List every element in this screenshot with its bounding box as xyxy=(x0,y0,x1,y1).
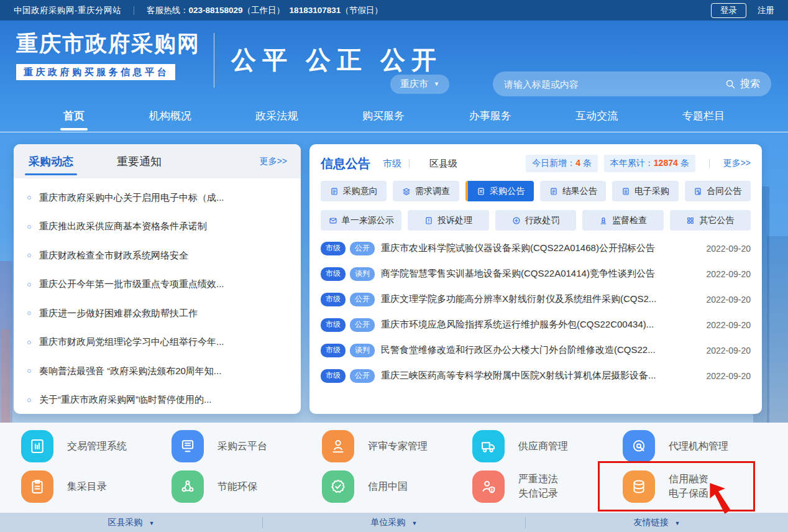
footer-friendly-links-dropdown[interactable]: 友情链接▼ xyxy=(525,517,788,528)
scope-tab-district[interactable]: 区县级 xyxy=(429,158,457,170)
category-label: 合同公告 xyxy=(707,186,741,197)
nav-item-regulations[interactable]: 政采法规 xyxy=(253,100,300,132)
bullet-icon xyxy=(27,311,31,315)
hotline-workday-number: 023-88158029 xyxy=(189,6,243,15)
nav-item-purchase-services[interactable]: 购买服务 xyxy=(360,100,407,132)
nav-item-special-topics[interactable]: 专题栏目 xyxy=(680,100,727,132)
hotline-holiday-note: （节假日） xyxy=(341,6,383,15)
category-label: 投诉处理 xyxy=(438,215,472,226)
edit-doc-icon xyxy=(477,187,485,196)
announcement-row[interactable]: 市级 谈判 民警食堂维修改造和行政区办公大楼大门外台阶维修改造(CQS22...… xyxy=(321,337,751,363)
procurement-news-panel: 采购动态 重要通知 更多>> 重庆市政府采购中心关于启用电子中标（成... 重庆… xyxy=(14,144,301,414)
type-badge: 公开 xyxy=(350,293,375,306)
category-label: 需求调查 xyxy=(415,186,450,197)
news-list-item[interactable]: 奏响普法最强音 “政府采购法颁布20周年知... xyxy=(27,357,287,386)
bullet-icon xyxy=(27,283,31,287)
announcements-more-link[interactable]: 更多>> xyxy=(723,158,751,169)
type-badge: 公开 xyxy=(350,242,375,255)
category-procurement-announcement[interactable]: 采购公告 xyxy=(465,181,534,201)
category-demand-survey[interactable]: 需求调查 xyxy=(393,181,459,201)
site-logo-title: 重庆市政府采购网 xyxy=(16,29,200,58)
today-count-badge: 今日新增：4 条 xyxy=(526,155,598,172)
footer-district-procurement-dropdown[interactable]: 区县采购▼ xyxy=(0,517,262,528)
announcement-date: 2022-09-20 xyxy=(706,371,751,381)
stamp-icon xyxy=(599,216,608,225)
service-label: 供应商管理 xyxy=(518,439,568,453)
service-supplier-management[interactable]: 供应商管理 xyxy=(472,426,623,467)
category-other-announcements[interactable]: 其它公告 xyxy=(670,210,751,231)
announcement-row[interactable]: 市级 公开 重庆市环境应急风险指挥系统运行维护服务外包(CQS22C00434)… xyxy=(321,312,751,337)
announcement-title: 重庆文理学院多功能高分辨率X射线衍射仪及系统组件采购(CQS2... xyxy=(381,293,699,305)
news-more-link[interactable]: 更多>> xyxy=(260,156,287,167)
service-procurement-cloud[interactable]: 采购云平台 xyxy=(172,426,322,467)
centralized-catalog-icon xyxy=(21,470,53,503)
category-complaint-handling[interactable]: 投诉处理 xyxy=(408,210,488,231)
nav-item-interaction[interactable]: 互动交流 xyxy=(573,100,620,132)
region-selector-value: 重庆市 xyxy=(400,78,428,90)
category-single-source[interactable]: 单一来源公示 xyxy=(321,210,401,231)
service-label: 评审专家管理 xyxy=(368,439,428,453)
category-purchase-intent[interactable]: 采购意向 xyxy=(321,181,387,201)
announcement-row[interactable]: 市级 公开 重庆市农业科学院试验仪器设备采购(CQS22A01468)公开招标公… xyxy=(321,236,751,261)
today-count-value: 4 xyxy=(575,158,580,168)
tab-procurement-news[interactable]: 采购动态 xyxy=(27,144,75,179)
service-transaction-system[interactable]: 交易管理系统 xyxy=(21,426,172,467)
service-credit-financing[interactable]: 信用融资 电子保函 xyxy=(623,467,773,507)
year-count-unit: 条 xyxy=(678,158,689,168)
category-contract-announcement[interactable]: 合同公告 xyxy=(685,181,751,201)
announcement-date: 2022-09-20 xyxy=(706,295,751,305)
main-nav: 首页 机构概况 政采法规 购买服务 办事服务 互动交流 专题栏目 xyxy=(0,99,788,132)
news-list-item[interactable]: 关于“重庆市政府采购网”临时暂停使用的... xyxy=(27,386,287,415)
level-badge: 市级 xyxy=(321,242,346,255)
news-list-item[interactable]: 重庆公开今年第一批市级重点专项重点绩效... xyxy=(27,270,287,300)
service-dishonesty-records[interactable]: 严重违法 失信记录 xyxy=(472,467,623,507)
search-icon xyxy=(725,79,736,89)
announcement-row[interactable]: 市级 公开 重庆文理学院多功能高分辨率X射线衍射仪及系统组件采购(CQS2...… xyxy=(321,287,751,312)
dishonesty-records-icon xyxy=(472,470,505,503)
year-count-value: 12874 xyxy=(654,158,678,168)
news-list-item[interactable]: 重庆市政府采购中心关于启用电子中标（成... xyxy=(27,183,287,213)
news-item-title: 重庆推出政采供应商基本资格条件承诺制 xyxy=(39,221,207,232)
category-label: 采购公告 xyxy=(490,186,525,197)
nav-item-home[interactable]: 首页 xyxy=(61,100,87,132)
service-agency-management[interactable]: 代理机构管理 xyxy=(623,426,773,467)
category-electronic-procurement[interactable]: 电子采购 xyxy=(612,181,678,201)
nav-item-org-overview[interactable]: 机构概况 xyxy=(147,100,194,132)
region-selector[interactable]: 重庆市 ▼ xyxy=(390,75,449,94)
footer-dropdown-label: 友情链接 xyxy=(634,517,669,527)
footer-unit-procurement-dropdown[interactable]: 单位采购▼ xyxy=(262,517,525,528)
expert-management-icon xyxy=(322,430,354,462)
scope-tab-city[interactable]: 市级 xyxy=(383,158,401,170)
news-list-item[interactable]: 重庆推出政采供应商基本资格条件承诺制 xyxy=(27,213,287,242)
announcement-row[interactable]: 市级 公开 重庆三峡医药高等专科学校附属中医院X射线计算机体层摄影设备... 2… xyxy=(321,363,751,388)
divider xyxy=(709,159,710,168)
search-button[interactable]: 搜索 xyxy=(725,78,760,91)
service-credit-china[interactable]: 信用中国 xyxy=(322,467,472,507)
announcement-title: 重庆市农业科学院试验仪器设备采购(CQS22A01468)公开招标公告 xyxy=(381,242,699,254)
service-energy-saving[interactable]: 节能环保 xyxy=(172,467,322,507)
nav-item-admin-services[interactable]: 办事服务 xyxy=(467,100,514,132)
announcement-row[interactable]: 市级 谈判 商学院智慧零售实训基地设备采购(CQS22A01414)竞争性谈判公… xyxy=(321,261,751,287)
search-input[interactable] xyxy=(504,79,725,89)
login-button[interactable]: 登录 xyxy=(711,3,746,18)
category-supervision-inspection[interactable]: 监督检查 xyxy=(582,210,663,231)
transaction-system-icon xyxy=(21,430,53,462)
category-administrative-penalty[interactable]: 行政处罚 xyxy=(495,210,576,231)
service-label: 代理机构管理 xyxy=(669,439,728,453)
service-label: 信用中国 xyxy=(368,480,408,493)
level-badge: 市级 xyxy=(321,344,346,357)
register-link[interactable]: 注册 xyxy=(758,5,774,16)
announcement-list: 市级 公开 重庆市农业科学院试验仪器设备采购(CQS22A01468)公开招标公… xyxy=(321,236,751,388)
announcement-title: 商学院智慧零售实训基地设备采购(CQS22A01414)竞争性谈判公告 xyxy=(381,268,699,280)
service-label: 节能环保 xyxy=(218,480,257,493)
tab-important-notices[interactable]: 重要通知 xyxy=(116,144,163,179)
category-result-announcement[interactable]: 结果公告 xyxy=(540,181,606,201)
service-label: 集采目录 xyxy=(67,480,107,493)
service-centralized-catalog[interactable]: 集采目录 xyxy=(21,467,172,507)
announcement-date: 2022-09-20 xyxy=(706,320,751,330)
news-list-item[interactable]: 重庆财政检查全市财政系统网络安全 xyxy=(27,241,287,270)
category-label: 采购意向 xyxy=(343,186,378,197)
service-expert-management[interactable]: 评审专家管理 xyxy=(322,426,472,467)
news-list-item[interactable]: 重庆市财政局党组理论学习中心组举行今年... xyxy=(27,328,287,357)
news-list-item[interactable]: 重庆进一步做好困难群众救助帮扶工作 xyxy=(27,299,287,328)
